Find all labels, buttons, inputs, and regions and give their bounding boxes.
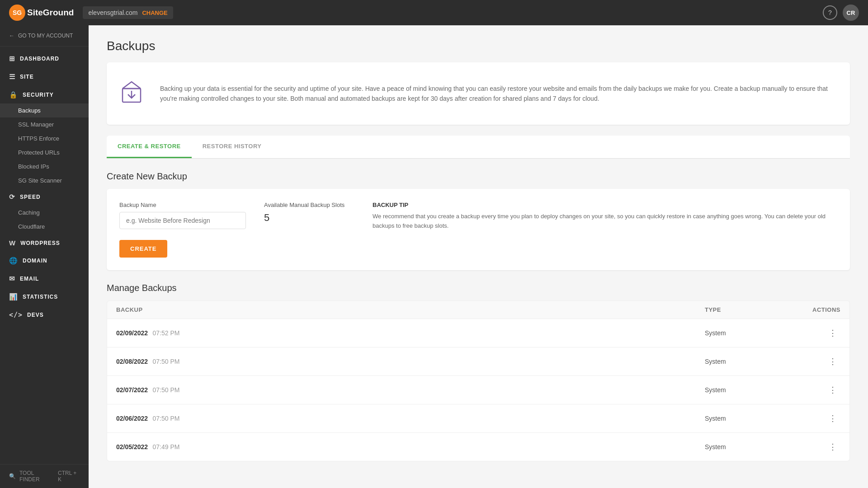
backup-date-cell: 02/08/2022 07:50 PM (116, 357, 705, 366)
user-avatar-button[interactable]: CR (843, 5, 859, 21)
change-site-button[interactable]: CHANGE (142, 9, 167, 16)
sidebar-item-label: SECURITY (23, 92, 54, 98)
cloudflare-label: Cloudflare (18, 223, 45, 230)
col-backup: Backup (116, 306, 705, 313)
sidebar-item-ssl-manager[interactable]: SSL Manager (0, 117, 89, 131)
create-form-row: Backup Name Available Manual Backup Slot… (119, 202, 837, 231)
backups-label: Backups (18, 107, 41, 114)
sidebar-item-label: DASHBOARD (20, 56, 59, 62)
backup-time: 07:52 PM (153, 329, 180, 337)
backup-date: 02/07/2022 (116, 386, 148, 394)
backup-time: 07:50 PM (153, 386, 180, 394)
tool-finder[interactable]: 🔍 TOOL FINDER CTRL + K (0, 464, 89, 488)
table-row: 02/06/2022 07:50 PM System ⋮ (107, 404, 850, 433)
more-options-button[interactable]: ⋮ (825, 326, 840, 340)
more-options-button[interactable]: ⋮ (825, 383, 840, 397)
backup-box-icon (116, 75, 147, 107)
more-options-button[interactable]: ⋮ (825, 440, 840, 454)
blocked-ips-label: Blocked IPs (18, 163, 49, 170)
tab-create-restore[interactable]: CREATE & RESTORE (107, 136, 192, 158)
protected-urls-label: Protected URLs (18, 149, 60, 156)
table-row: 02/05/2022 07:49 PM System ⋮ (107, 433, 850, 461)
sidebar-item-blocked-ips[interactable]: Blocked IPs (0, 160, 89, 174)
sidebar-item-label: EMAIL (20, 276, 39, 282)
more-options-button[interactable]: ⋮ (825, 412, 840, 425)
row-actions: ⋮ (795, 412, 840, 425)
topnav-left: SG SiteGround elevensgtrial.com CHANGE (9, 5, 173, 21)
sidebar-item-devs[interactable]: </> DEVS (0, 305, 89, 324)
backup-time: 07:50 PM (153, 358, 180, 365)
backup-tip-text: We recommend that you create a backup ev… (373, 212, 837, 231)
sidebar-item-label: DOMAIN (23, 258, 47, 264)
help-button[interactable]: ? (823, 5, 837, 20)
sidebar-section-main: ⊞ DASHBOARD ☰ SITE 🔒 SECURITY Backups SS… (0, 47, 89, 326)
backup-name-label: Backup Name (119, 202, 246, 208)
row-actions: ⋮ (795, 383, 840, 397)
logo-text: SiteGround (27, 8, 74, 18)
backup-date: 02/08/2022 (116, 358, 148, 365)
info-banner: Backing up your data is essential for th… (107, 62, 850, 125)
go-to-account-label: GO TO MY ACCOUNT (18, 33, 73, 39)
go-to-account-link[interactable]: ← GO TO MY ACCOUNT (0, 25, 89, 47)
create-backup-button[interactable]: CREATE (119, 240, 167, 258)
backup-tip-group: BACKUP TIP We recommend that you create … (373, 202, 837, 231)
backup-type-cell: System (705, 329, 795, 337)
backup-type-cell: System (705, 358, 795, 365)
slots-label: Available Manual Backup Slots (264, 202, 354, 208)
sidebar-item-caching[interactable]: Caching (0, 206, 89, 220)
slots-value: 5 (264, 212, 354, 224)
backup-tip-title: BACKUP TIP (373, 202, 837, 208)
create-backup-card: Backup Name Available Manual Backup Slot… (107, 189, 850, 270)
site-icon: ☰ (9, 73, 15, 81)
backup-icon (116, 75, 147, 112)
row-actions: ⋮ (795, 440, 840, 454)
sidebar-item-wordpress[interactable]: W WORDPRESS (0, 234, 89, 251)
backup-name-group: Backup Name (119, 202, 246, 229)
sidebar-item-statistics[interactable]: 📊 STATISTICS (0, 287, 89, 305)
sidebar-item-dashboard[interactable]: ⊞ DASHBOARD (0, 49, 89, 67)
search-icon: 🔍 (9, 473, 16, 479)
sidebar-item-email[interactable]: ✉ EMAIL (0, 269, 89, 287)
tab-restore-history[interactable]: RESTORE HISTORY (192, 136, 273, 158)
site-selector[interactable]: elevensgtrial.com CHANGE (83, 6, 173, 19)
col-actions: Actions (795, 306, 840, 313)
backups-table: Backup Type Actions 02/09/2022 07:52 PM … (107, 300, 850, 461)
backup-type-cell: System (705, 415, 795, 422)
table-row: 02/07/2022 07:50 PM System ⋮ (107, 376, 850, 404)
arrow-left-icon: ← (9, 33, 14, 39)
sidebar-item-site[interactable]: ☰ SITE (0, 67, 89, 85)
more-options-button[interactable]: ⋮ (825, 355, 840, 368)
create-backup-title: Create New Backup (107, 171, 850, 182)
backup-date-cell: 02/06/2022 07:50 PM (116, 414, 705, 422)
security-icon: 🔒 (9, 91, 18, 99)
svg-text:SG: SG (13, 9, 22, 16)
sidebar-item-label: SPEED (20, 194, 41, 200)
backup-date: 02/05/2022 (116, 443, 148, 450)
speed-icon: ⟳ (9, 193, 15, 201)
sidebar-item-sg-site-scanner[interactable]: SG Site Scanner (0, 174, 89, 188)
backup-name-input[interactable] (119, 212, 246, 229)
sidebar-item-domain[interactable]: 🌐 DOMAIN (0, 251, 89, 269)
page-title: Backups (107, 39, 850, 53)
col-type: Type (705, 306, 795, 313)
sidebar-item-security[interactable]: 🔒 SECURITY (0, 85, 89, 103)
sg-site-scanner-label: SG Site Scanner (18, 177, 62, 184)
sidebar-item-protected-urls[interactable]: Protected URLs (0, 145, 89, 160)
sidebar-item-label: STATISTICS (23, 294, 58, 300)
tool-finder-label: TOOL FINDER (19, 470, 52, 483)
dashboard-icon: ⊞ (9, 55, 15, 63)
sidebar-item-cloudflare[interactable]: Cloudflare (0, 220, 89, 234)
table-header: Backup Type Actions (107, 300, 850, 319)
table-row: 02/09/2022 07:52 PM System ⋮ (107, 319, 850, 347)
logo: SG SiteGround (9, 5, 74, 21)
topnav-right: ? CR (823, 5, 859, 21)
sidebar-item-backups[interactable]: Backups (0, 103, 89, 117)
backup-type-cell: System (705, 443, 795, 450)
info-text: Backing up your data is essential for th… (160, 84, 837, 104)
main-content: Backups Backing up your data is essentia… (89, 25, 868, 488)
sidebar-item-speed[interactable]: ⟳ SPEED (0, 188, 89, 206)
question-mark-icon: ? (828, 9, 832, 16)
backup-date-cell: 02/05/2022 07:49 PM (116, 443, 705, 451)
main-layout: ← GO TO MY ACCOUNT ⊞ DASHBOARD ☰ SITE 🔒 … (0, 25, 868, 488)
sidebar-item-https-enforce[interactable]: HTTPS Enforce (0, 131, 89, 145)
